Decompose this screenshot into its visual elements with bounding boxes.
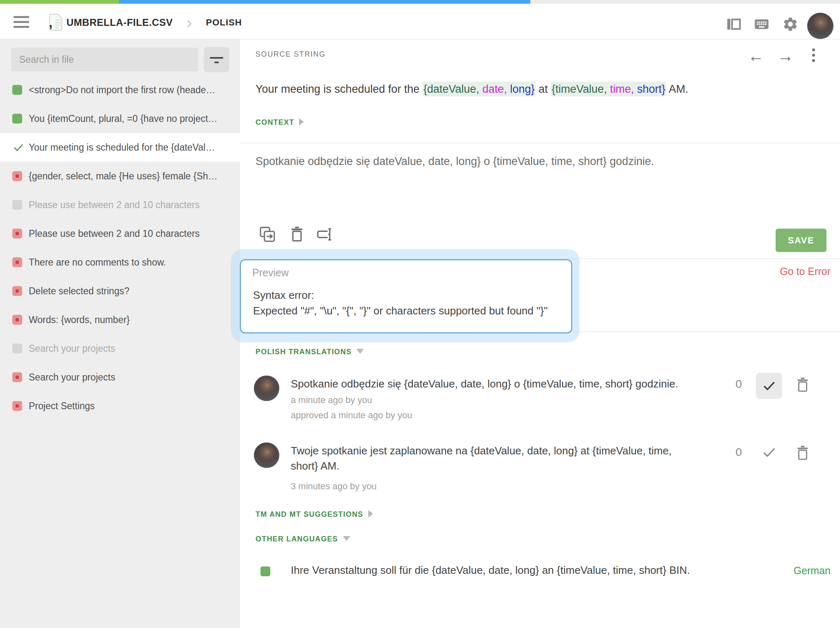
translation-entry-approved-meta: approved a minute ago by you	[291, 410, 412, 421]
preview-title: Preview	[252, 267, 289, 279]
hamburger-menu-icon[interactable]	[14, 16, 29, 28]
keyboard-shortcuts-icon[interactable]	[752, 16, 771, 32]
breadcrumb-file-name[interactable]: UMBRELLA-FILE.CSV	[66, 14, 173, 31]
sidebar-item-string-12[interactable]: Project Settings	[0, 392, 240, 420]
other-language-link[interactable]: German	[753, 565, 831, 577]
status-untranslated-icon	[12, 286, 22, 296]
string-label: Please use between 2 and 10 characters	[29, 219, 236, 248]
preview-popup-halo: Preview Syntax error: Expected "#", "\u"…	[231, 249, 580, 342]
string-label: Please use between 2 and 10 characters	[29, 190, 236, 219]
string-label: Your meeting is scheduled for the {dateV…	[29, 133, 236, 162]
delete-translation-icon[interactable]	[288, 225, 306, 244]
status-untranslated-icon	[12, 401, 22, 411]
preview-popup: Preview Syntax error: Expected "#", "\u"…	[240, 259, 572, 333]
status-translated-icon	[260, 566, 270, 576]
icu-date-variable: {dateValue,	[423, 83, 479, 95]
status-hidden-icon	[12, 344, 22, 353]
translation-progress-bar	[0, 0, 840, 4]
string-label: Project Settings	[29, 392, 236, 420]
translator-avatar[interactable]	[254, 376, 279, 401]
vote-count[interactable]: 0	[730, 378, 747, 391]
divider	[240, 143, 840, 143]
approve-translation-button-active[interactable]	[756, 373, 782, 399]
status-untranslated-icon	[12, 171, 22, 181]
polish-translations-section-toggle[interactable]: POLISH TRANSLATIONS	[256, 348, 364, 356]
delete-suggestion-icon[interactable]	[794, 444, 812, 462]
sidebar-item-string-9[interactable]: Words: {words, number}	[0, 305, 240, 334]
chevron-down-icon	[356, 349, 364, 354]
string-label: Search your projects	[29, 363, 236, 392]
filter-button[interactable]	[204, 47, 229, 72]
syntax-error-line1: Syntax error:	[253, 289, 314, 302]
more-options-kebab-icon[interactable]	[812, 48, 815, 64]
next-string-arrow-icon[interactable]: →	[777, 47, 794, 65]
string-label: Delete selected strings?	[29, 277, 236, 305]
csv-file-icon: ,	[48, 14, 62, 31]
source-string-text: Your meeting is scheduled for the {dateV…	[256, 83, 688, 96]
status-untranslated-icon	[12, 257, 22, 267]
progress-approved-segment	[0, 0, 119, 4]
chevron-right-icon	[299, 118, 304, 126]
translator-avatar[interactable]	[254, 442, 279, 468]
go-to-error-link[interactable]: Go to Error	[753, 266, 831, 277]
breadcrumb-language[interactable]: POLISH	[206, 15, 242, 30]
user-avatar[interactable]	[807, 13, 833, 39]
sidebar-item-string-6[interactable]: Please use between 2 and 10 characters	[0, 219, 240, 248]
other-language-translation-text: Ihre Veranstaltung soll für die {dateVal…	[291, 564, 690, 577]
sidebar-item-string-2[interactable]: You {itemCount, plural, =0 {have no proj…	[0, 104, 240, 133]
vote-count[interactable]: 0	[730, 446, 747, 459]
translation-entry-meta: 3 minutes ago by you	[291, 481, 377, 492]
tm-mt-suggestions-section-toggle[interactable]: TM AND MT SUGGESTIONS	[256, 510, 373, 519]
translation-entry-text: Twoje spotkanie jest zaplanowane na {dat…	[291, 443, 717, 474]
string-label: You {itemCount, plural, =0 {have no proj…	[29, 104, 236, 133]
clear-text-cursor-icon[interactable]	[315, 225, 334, 244]
string-label: Words: {words, number}	[29, 305, 236, 334]
filter-icon	[210, 57, 223, 59]
approve-translation-button[interactable]	[760, 443, 778, 461]
translation-input-area[interactable]: Spotkanie odbędzie się dateValue, date, …	[256, 153, 822, 219]
sidebar-item-string-4[interactable]: {gender, select, male {He uses} female {…	[0, 162, 240, 190]
delete-suggestion-icon[interactable]	[794, 376, 812, 394]
sidebar-item-string-5[interactable]: Please use between 2 and 10 characters	[0, 190, 240, 219]
sidebar-item-string-8[interactable]: Delete selected strings?	[0, 277, 240, 305]
syntax-error-line2: Expected "#", "\u", "{", "}" or characte…	[253, 305, 548, 317]
chevron-right-icon	[368, 510, 373, 518]
string-label: There are no comments to show.	[29, 248, 236, 277]
string-label: Search your projects	[29, 334, 236, 363]
status-untranslated-icon	[12, 372, 22, 382]
other-languages-section-toggle[interactable]: OTHER LANGUAGES	[256, 535, 350, 543]
icu-time-variable: {timeValue,	[552, 83, 607, 95]
status-untranslated-icon	[12, 229, 22, 238]
sidebar-item-string-11[interactable]: Search your projects	[0, 363, 240, 392]
string-label: {gender, select, male {He uses} female {…	[29, 162, 236, 190]
top-header: , UMBRELLA-FILE.CSV POLISH	[0, 4, 840, 39]
sidebar-item-string-10[interactable]: Search your projects	[0, 334, 240, 363]
source-string-section-label: SOURCE STRING	[256, 50, 326, 59]
side-panel-toggle-icon[interactable]	[724, 16, 743, 32]
search-input[interactable]	[11, 48, 198, 71]
translation-entry-text: Spotkanie odbędzie się {dateValue, date,…	[291, 376, 717, 392]
sidebar-item-string-7[interactable]: There are no comments to show.	[0, 248, 240, 277]
settings-gear-icon[interactable]	[781, 16, 800, 32]
context-section-toggle[interactable]: CONTEXT	[256, 118, 304, 127]
copy-source-icon[interactable]	[258, 225, 277, 244]
status-translated-icon	[12, 85, 22, 95]
status-hidden-icon	[12, 200, 22, 210]
translation-entry-meta: a minute ago by you	[291, 395, 372, 406]
string-label: <strong>Do not import the first row (hea…	[29, 76, 236, 104]
sidebar-item-string-3-selected[interactable]: Your meeting is scheduled for the {dateV…	[0, 133, 240, 162]
previous-string-arrow-icon[interactable]: ←	[748, 47, 764, 65]
chevron-down-icon	[343, 536, 350, 541]
strings-sidebar: <strong>Do not import the first row (hea…	[0, 39, 240, 628]
status-approved-check-icon	[12, 141, 25, 154]
save-button[interactable]: SAVE	[776, 229, 826, 252]
progress-translated-segment	[119, 0, 530, 4]
svg-text:,: ,	[49, 15, 52, 30]
status-translated-icon	[12, 114, 22, 124]
breadcrumb-chevron-icon	[184, 18, 194, 29]
sidebar-item-string-1[interactable]: <strong>Do not import the first row (hea…	[0, 76, 240, 104]
status-untranslated-icon	[12, 315, 22, 325]
